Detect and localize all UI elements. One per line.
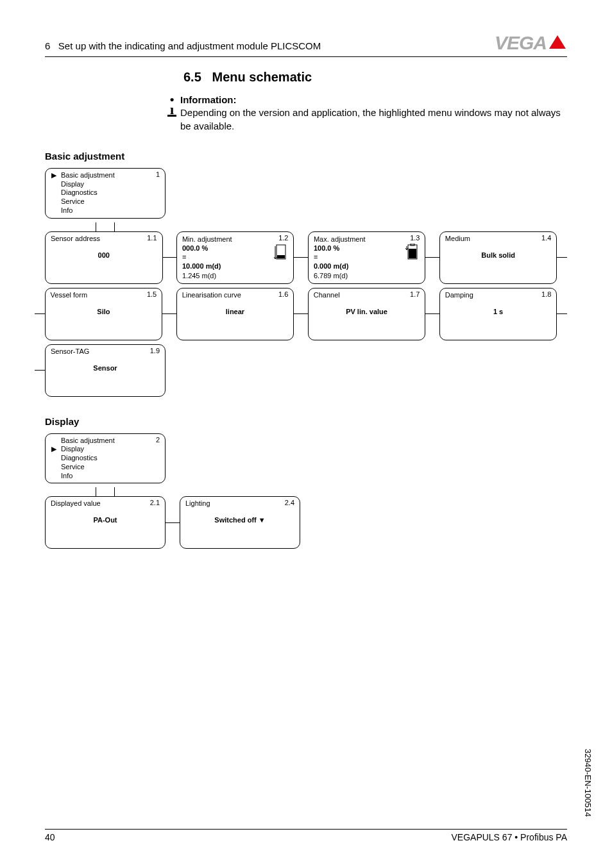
menu-box-number: 2 (156, 436, 160, 444)
basic-adjustment-heading: Basic adjustment (45, 151, 567, 162)
box-eq: = (314, 253, 420, 262)
menu-item: Display (61, 445, 84, 454)
basic-adjustment-schematic: 1 ▶Basic adjustment Display Diagnostics … (45, 168, 567, 397)
box-title: Min. adjustment (182, 235, 289, 244)
box-number: 1.9 (150, 347, 160, 355)
page-header: 6 Set up with the indicating and adjustm… (45, 32, 567, 57)
box-vessel-form: 1.5 Vessel form Silo (45, 288, 163, 340)
box-number: 1.7 (410, 290, 420, 298)
box-title: Max. adjustment (314, 235, 420, 244)
box-value: Bulk solid (445, 251, 552, 259)
menu-item: Service (61, 463, 85, 472)
information-icon: ● ı (164, 94, 180, 133)
display-heading: Display (45, 416, 567, 427)
box-min-adjustment: 1.2 Min. adjustment 000.0 % = 10.000 m(d… (176, 231, 294, 284)
box-number: 1.2 (278, 234, 288, 242)
box-eq: = (182, 253, 289, 262)
box-value: PV lin. value (314, 308, 420, 315)
svg-rect-5 (409, 249, 416, 258)
menu-item: Display (61, 180, 84, 189)
menu-item: Basic adjustment (61, 437, 115, 446)
box-value: linear (182, 308, 289, 315)
box-title: Vessel form (51, 291, 157, 299)
menu-box-number: 1 (156, 171, 160, 178)
box-title: Damping (445, 291, 552, 299)
box-percent: 000.0 % (182, 244, 289, 253)
information-callout: ● ı Information: Depending on the versio… (164, 94, 567, 133)
chapter-heading: 6 Set up with the indicating and adjustm… (45, 40, 321, 51)
box-value: 1 s (445, 308, 552, 315)
information-heading: Information: (180, 94, 237, 105)
svg-rect-2 (277, 255, 285, 258)
menu-box-display: 2 Basic adjustment ▶Display Diagnostics … (45, 433, 166, 484)
brand-logo: VEGA (495, 32, 567, 55)
box-medium: 1.4 Medium Bulk solid (439, 231, 557, 284)
box-linearisation-curve: 1.6 Linearisation curve linear (176, 288, 294, 340)
box-value: PA-Out (51, 516, 160, 524)
box-number: 1.6 (278, 290, 288, 298)
section-name: Menu schematic (212, 70, 312, 84)
vessel-max-icon (405, 244, 420, 264)
box-title: Sensor address (51, 235, 157, 242)
page: 6 Set up with the indicating and adjustm… (0, 0, 612, 868)
brand-logo-triangle-icon (548, 33, 567, 53)
display-schematic: 2 Basic adjustment ▶Display Diagnostics … (45, 433, 567, 549)
box-title: Displayed value (51, 499, 160, 507)
box-distance: 1.245 m(d) (182, 271, 289, 280)
box-distance-bold: 0.000 m(d) (314, 262, 420, 271)
section-number: 6.5 (183, 70, 201, 84)
box-title: Sensor-TAG (51, 347, 160, 355)
menu-item: Basic adjustment (61, 171, 115, 180)
chapter-number: 6 (45, 40, 50, 51)
box-number: 2.1 (150, 499, 160, 506)
box-distance-bold: 10.000 m(d) (182, 262, 289, 271)
chapter-title: Set up with the indicating and adjustmen… (58, 40, 321, 51)
box-number: 1.1 (147, 234, 157, 242)
page-footer: 40 VEGAPULS 67 • Profibus PA (45, 829, 567, 842)
product-name: VEGAPULS 67 • Profibus PA (451, 832, 567, 842)
box-max-adjustment: 1.3 Max. adjustment 100.0 % = 0.000 m(d)… (308, 231, 426, 284)
information-body: Depending on the version and application… (180, 107, 561, 131)
section-title: 6.5 Menu schematic (183, 70, 567, 85)
menu-item: Diagnostics (61, 454, 98, 463)
box-value: 000 (51, 251, 157, 259)
box-damping: 1.8 Damping 1 s (439, 288, 557, 340)
box-displayed-value: 2.1 Displayed value PA-Out (45, 496, 166, 549)
box-title: Channel (314, 291, 420, 299)
box-lighting: 2.4 Lighting Switched off ▼ (180, 496, 300, 549)
box-percent: 100.0 % (314, 244, 420, 253)
box-number: 1.8 (541, 290, 551, 298)
box-title: Medium (445, 235, 552, 242)
menu-item: Info (61, 206, 72, 215)
box-sensor-tag: 1.9 Sensor-TAG Sensor (45, 344, 166, 397)
box-title: Linearisation curve (182, 291, 289, 299)
box-sensor-address: 1.1 Sensor address 000 (45, 231, 163, 284)
box-channel: 1.7 Channel PV lin. value (308, 288, 426, 340)
menu-item: Info (61, 472, 72, 481)
page-number: 40 (45, 832, 55, 842)
box-number: 1.5 (147, 290, 157, 298)
menu-box-basic: 1 ▶Basic adjustment Display Diagnostics … (45, 168, 166, 219)
box-value: Switched off ▼ (185, 516, 294, 524)
box-value: Silo (51, 308, 157, 315)
information-text: Information: Depending on the version an… (180, 94, 567, 133)
box-number: 1.4 (541, 234, 551, 242)
box-number: 2.4 (285, 499, 294, 506)
box-number: 1.3 (410, 234, 420, 242)
brand-logo-text: VEGA (495, 32, 547, 54)
box-title: Lighting (185, 499, 294, 507)
menu-item: Diagnostics (61, 188, 98, 197)
vessel-min-icon (274, 244, 288, 264)
menu-item: Service (61, 197, 85, 206)
box-value: Sensor (51, 364, 160, 372)
box-distance: 6.789 m(d) (314, 271, 420, 280)
document-code: 32940-EN-100514 (583, 749, 593, 817)
svg-marker-0 (549, 35, 566, 49)
